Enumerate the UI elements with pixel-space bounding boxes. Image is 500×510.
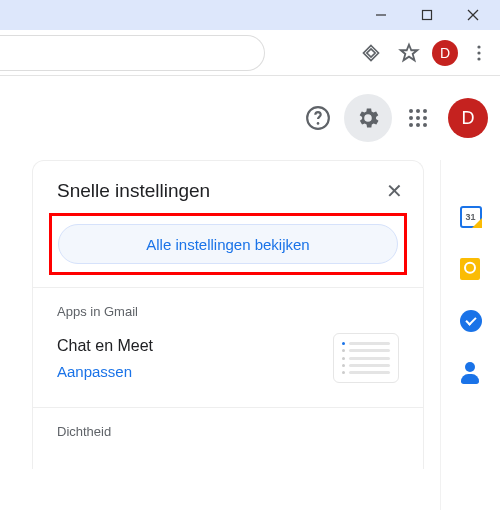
- svg-point-15: [409, 123, 413, 127]
- address-bar[interactable]: [0, 35, 265, 71]
- panel-title: Snelle instellingen: [57, 180, 210, 202]
- quick-settings-panel: Snelle instellingen ✕ Alle instellingen …: [32, 160, 424, 469]
- section-label: Apps in Gmail: [57, 304, 399, 319]
- keep-icon[interactable]: [460, 258, 482, 280]
- highlight-annotation: Alle instellingen bekijken: [49, 213, 407, 275]
- layout-thumbnail: [333, 333, 399, 383]
- svg-point-9: [409, 109, 413, 113]
- contacts-icon[interactable]: [460, 362, 482, 384]
- svg-point-8: [317, 122, 320, 125]
- tasks-icon[interactable]: [460, 310, 482, 332]
- browser-menu-icon[interactable]: [464, 38, 494, 68]
- svg-point-13: [416, 116, 420, 120]
- browser-toolbar: D: [0, 30, 500, 76]
- svg-point-11: [423, 109, 427, 113]
- chat-and-meet-label: Chat en Meet: [57, 337, 153, 355]
- svg-point-6: [477, 57, 480, 60]
- window-close-button[interactable]: [450, 0, 496, 30]
- side-panel: [440, 160, 500, 510]
- density-section: Dichtheid: [33, 408, 423, 469]
- settings-gear-icon[interactable]: [344, 94, 392, 142]
- extension-icon[interactable]: [354, 36, 388, 70]
- close-icon[interactable]: ✕: [386, 179, 403, 203]
- see-all-settings-button[interactable]: Alle instellingen bekijken: [58, 224, 398, 264]
- svg-point-14: [423, 116, 427, 120]
- window-maximize-button[interactable]: [404, 0, 450, 30]
- profile-avatar-small[interactable]: D: [432, 40, 458, 66]
- svg-point-4: [477, 45, 480, 48]
- help-icon[interactable]: [298, 98, 338, 138]
- window-titlebar: [0, 0, 500, 30]
- bookmark-star-icon[interactable]: [392, 36, 426, 70]
- svg-rect-1: [423, 11, 432, 20]
- customize-link[interactable]: Aanpassen: [57, 363, 153, 380]
- app-header: D: [0, 76, 500, 160]
- svg-point-12: [409, 116, 413, 120]
- apps-in-gmail-section: Apps in Gmail Chat en Meet Aanpassen: [33, 288, 423, 399]
- svg-point-16: [416, 123, 420, 127]
- section-label: Dichtheid: [57, 424, 399, 439]
- svg-point-17: [423, 123, 427, 127]
- calendar-icon[interactable]: [460, 206, 482, 228]
- window-minimize-button[interactable]: [358, 0, 404, 30]
- apps-grid-icon[interactable]: [398, 98, 438, 138]
- svg-point-10: [416, 109, 420, 113]
- svg-point-5: [477, 51, 480, 54]
- profile-avatar-large[interactable]: D: [448, 98, 488, 138]
